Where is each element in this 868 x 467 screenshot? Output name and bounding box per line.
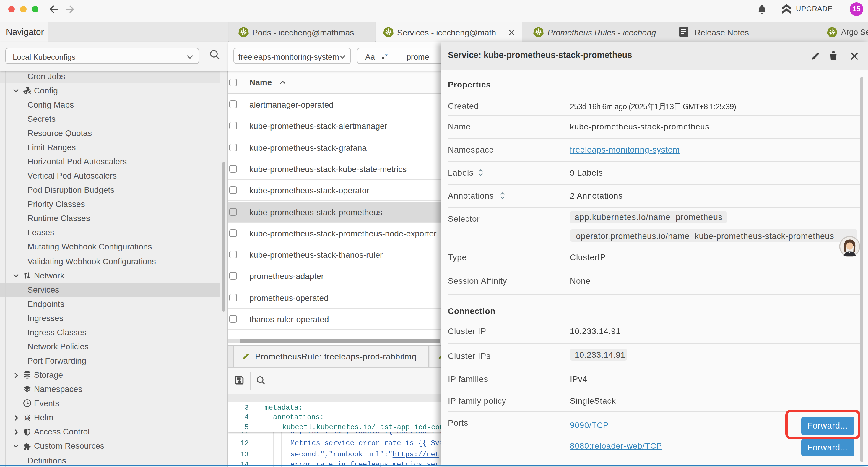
svg-text:HELM: HELM (25, 416, 30, 418)
svg-text:*: * (385, 53, 388, 60)
